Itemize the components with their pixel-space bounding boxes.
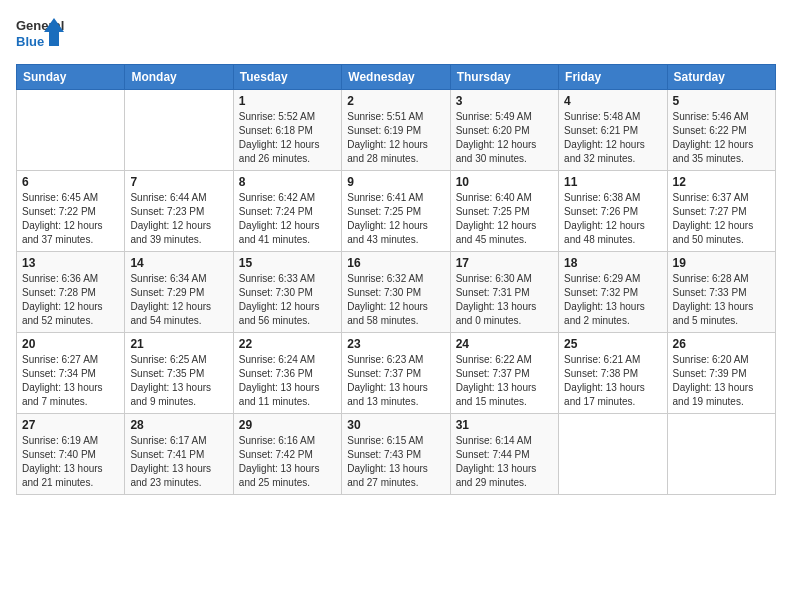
day-number: 6	[22, 175, 119, 189]
day-detail: Sunrise: 6:29 AM Sunset: 7:32 PM Dayligh…	[564, 272, 661, 328]
day-number: 11	[564, 175, 661, 189]
logo-icon: General Blue	[16, 16, 66, 54]
day-detail: Sunrise: 6:27 AM Sunset: 7:34 PM Dayligh…	[22, 353, 119, 409]
day-detail: Sunrise: 6:14 AM Sunset: 7:44 PM Dayligh…	[456, 434, 553, 490]
day-detail: Sunrise: 6:32 AM Sunset: 7:30 PM Dayligh…	[347, 272, 444, 328]
header-day-sunday: Sunday	[17, 65, 125, 90]
calendar-cell: 11Sunrise: 6:38 AM Sunset: 7:26 PM Dayli…	[559, 171, 667, 252]
calendar-cell: 10Sunrise: 6:40 AM Sunset: 7:25 PM Dayli…	[450, 171, 558, 252]
day-detail: Sunrise: 6:28 AM Sunset: 7:33 PM Dayligh…	[673, 272, 770, 328]
day-number: 26	[673, 337, 770, 351]
day-number: 17	[456, 256, 553, 270]
header-day-monday: Monday	[125, 65, 233, 90]
calendar-cell: 25Sunrise: 6:21 AM Sunset: 7:38 PM Dayli…	[559, 333, 667, 414]
calendar-cell: 22Sunrise: 6:24 AM Sunset: 7:36 PM Dayli…	[233, 333, 341, 414]
day-detail: Sunrise: 6:37 AM Sunset: 7:27 PM Dayligh…	[673, 191, 770, 247]
calendar-cell: 9Sunrise: 6:41 AM Sunset: 7:25 PM Daylig…	[342, 171, 450, 252]
day-number: 30	[347, 418, 444, 432]
day-number: 15	[239, 256, 336, 270]
calendar-cell: 30Sunrise: 6:15 AM Sunset: 7:43 PM Dayli…	[342, 414, 450, 495]
calendar-cell: 31Sunrise: 6:14 AM Sunset: 7:44 PM Dayli…	[450, 414, 558, 495]
calendar-cell: 5Sunrise: 5:46 AM Sunset: 6:22 PM Daylig…	[667, 90, 775, 171]
calendar-cell: 2Sunrise: 5:51 AM Sunset: 6:19 PM Daylig…	[342, 90, 450, 171]
calendar-cell: 24Sunrise: 6:22 AM Sunset: 7:37 PM Dayli…	[450, 333, 558, 414]
calendar-cell: 27Sunrise: 6:19 AM Sunset: 7:40 PM Dayli…	[17, 414, 125, 495]
week-row-1: 6Sunrise: 6:45 AM Sunset: 7:22 PM Daylig…	[17, 171, 776, 252]
calendar-cell: 3Sunrise: 5:49 AM Sunset: 6:20 PM Daylig…	[450, 90, 558, 171]
calendar-cell: 21Sunrise: 6:25 AM Sunset: 7:35 PM Dayli…	[125, 333, 233, 414]
day-detail: Sunrise: 5:48 AM Sunset: 6:21 PM Dayligh…	[564, 110, 661, 166]
day-detail: Sunrise: 6:40 AM Sunset: 7:25 PM Dayligh…	[456, 191, 553, 247]
day-number: 25	[564, 337, 661, 351]
day-number: 28	[130, 418, 227, 432]
day-number: 22	[239, 337, 336, 351]
calendar-cell: 14Sunrise: 6:34 AM Sunset: 7:29 PM Dayli…	[125, 252, 233, 333]
week-row-0: 1Sunrise: 5:52 AM Sunset: 6:18 PM Daylig…	[17, 90, 776, 171]
week-row-3: 20Sunrise: 6:27 AM Sunset: 7:34 PM Dayli…	[17, 333, 776, 414]
header-day-saturday: Saturday	[667, 65, 775, 90]
day-detail: Sunrise: 6:16 AM Sunset: 7:42 PM Dayligh…	[239, 434, 336, 490]
day-number: 3	[456, 94, 553, 108]
day-number: 23	[347, 337, 444, 351]
day-detail: Sunrise: 6:34 AM Sunset: 7:29 PM Dayligh…	[130, 272, 227, 328]
calendar-cell: 29Sunrise: 6:16 AM Sunset: 7:42 PM Dayli…	[233, 414, 341, 495]
day-detail: Sunrise: 5:52 AM Sunset: 6:18 PM Dayligh…	[239, 110, 336, 166]
calendar-cell: 17Sunrise: 6:30 AM Sunset: 7:31 PM Dayli…	[450, 252, 558, 333]
calendar-table: SundayMondayTuesdayWednesdayThursdayFrid…	[16, 64, 776, 495]
week-row-2: 13Sunrise: 6:36 AM Sunset: 7:28 PM Dayli…	[17, 252, 776, 333]
day-detail: Sunrise: 6:25 AM Sunset: 7:35 PM Dayligh…	[130, 353, 227, 409]
day-number: 7	[130, 175, 227, 189]
day-detail: Sunrise: 6:20 AM Sunset: 7:39 PM Dayligh…	[673, 353, 770, 409]
day-number: 20	[22, 337, 119, 351]
day-detail: Sunrise: 5:49 AM Sunset: 6:20 PM Dayligh…	[456, 110, 553, 166]
day-detail: Sunrise: 6:24 AM Sunset: 7:36 PM Dayligh…	[239, 353, 336, 409]
day-number: 18	[564, 256, 661, 270]
calendar-cell: 19Sunrise: 6:28 AM Sunset: 7:33 PM Dayli…	[667, 252, 775, 333]
calendar-cell	[125, 90, 233, 171]
day-number: 12	[673, 175, 770, 189]
header-day-friday: Friday	[559, 65, 667, 90]
day-number: 4	[564, 94, 661, 108]
day-number: 27	[22, 418, 119, 432]
calendar-cell	[559, 414, 667, 495]
day-detail: Sunrise: 6:15 AM Sunset: 7:43 PM Dayligh…	[347, 434, 444, 490]
calendar-body: 1Sunrise: 5:52 AM Sunset: 6:18 PM Daylig…	[17, 90, 776, 495]
week-row-4: 27Sunrise: 6:19 AM Sunset: 7:40 PM Dayli…	[17, 414, 776, 495]
day-number: 5	[673, 94, 770, 108]
calendar-cell: 1Sunrise: 5:52 AM Sunset: 6:18 PM Daylig…	[233, 90, 341, 171]
calendar-cell: 15Sunrise: 6:33 AM Sunset: 7:30 PM Dayli…	[233, 252, 341, 333]
day-number: 9	[347, 175, 444, 189]
day-detail: Sunrise: 6:41 AM Sunset: 7:25 PM Dayligh…	[347, 191, 444, 247]
day-detail: Sunrise: 6:19 AM Sunset: 7:40 PM Dayligh…	[22, 434, 119, 490]
day-number: 24	[456, 337, 553, 351]
calendar-cell: 26Sunrise: 6:20 AM Sunset: 7:39 PM Dayli…	[667, 333, 775, 414]
calendar-cell: 13Sunrise: 6:36 AM Sunset: 7:28 PM Dayli…	[17, 252, 125, 333]
day-detail: Sunrise: 6:45 AM Sunset: 7:22 PM Dayligh…	[22, 191, 119, 247]
day-detail: Sunrise: 6:22 AM Sunset: 7:37 PM Dayligh…	[456, 353, 553, 409]
calendar-cell: 4Sunrise: 5:48 AM Sunset: 6:21 PM Daylig…	[559, 90, 667, 171]
day-detail: Sunrise: 6:36 AM Sunset: 7:28 PM Dayligh…	[22, 272, 119, 328]
day-detail: Sunrise: 6:21 AM Sunset: 7:38 PM Dayligh…	[564, 353, 661, 409]
day-number: 1	[239, 94, 336, 108]
svg-text:Blue: Blue	[16, 34, 44, 49]
day-detail: Sunrise: 5:51 AM Sunset: 6:19 PM Dayligh…	[347, 110, 444, 166]
day-number: 10	[456, 175, 553, 189]
calendar-cell: 18Sunrise: 6:29 AM Sunset: 7:32 PM Dayli…	[559, 252, 667, 333]
calendar-cell: 7Sunrise: 6:44 AM Sunset: 7:23 PM Daylig…	[125, 171, 233, 252]
day-detail: Sunrise: 6:30 AM Sunset: 7:31 PM Dayligh…	[456, 272, 553, 328]
calendar-cell: 6Sunrise: 6:45 AM Sunset: 7:22 PM Daylig…	[17, 171, 125, 252]
day-detail: Sunrise: 6:42 AM Sunset: 7:24 PM Dayligh…	[239, 191, 336, 247]
calendar-cell	[667, 414, 775, 495]
header-day-thursday: Thursday	[450, 65, 558, 90]
day-detail: Sunrise: 6:44 AM Sunset: 7:23 PM Dayligh…	[130, 191, 227, 247]
day-detail: Sunrise: 6:17 AM Sunset: 7:41 PM Dayligh…	[130, 434, 227, 490]
day-detail: Sunrise: 5:46 AM Sunset: 6:22 PM Dayligh…	[673, 110, 770, 166]
day-number: 19	[673, 256, 770, 270]
header-row: SundayMondayTuesdayWednesdayThursdayFrid…	[17, 65, 776, 90]
page-header: General Blue	[16, 16, 776, 54]
day-number: 31	[456, 418, 553, 432]
day-number: 13	[22, 256, 119, 270]
day-number: 21	[130, 337, 227, 351]
calendar-cell: 20Sunrise: 6:27 AM Sunset: 7:34 PM Dayli…	[17, 333, 125, 414]
header-day-wednesday: Wednesday	[342, 65, 450, 90]
